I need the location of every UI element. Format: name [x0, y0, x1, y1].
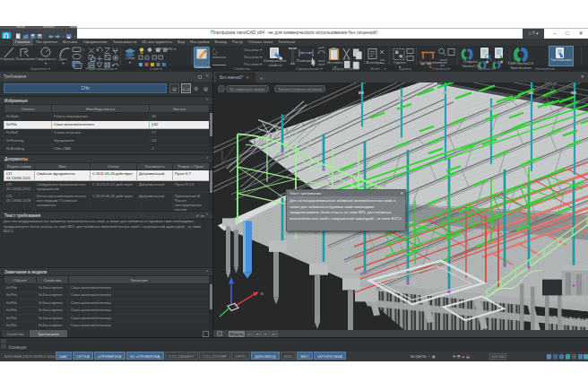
svg-text:x: x	[261, 291, 264, 296]
svg-text:z: z	[228, 269, 230, 274]
